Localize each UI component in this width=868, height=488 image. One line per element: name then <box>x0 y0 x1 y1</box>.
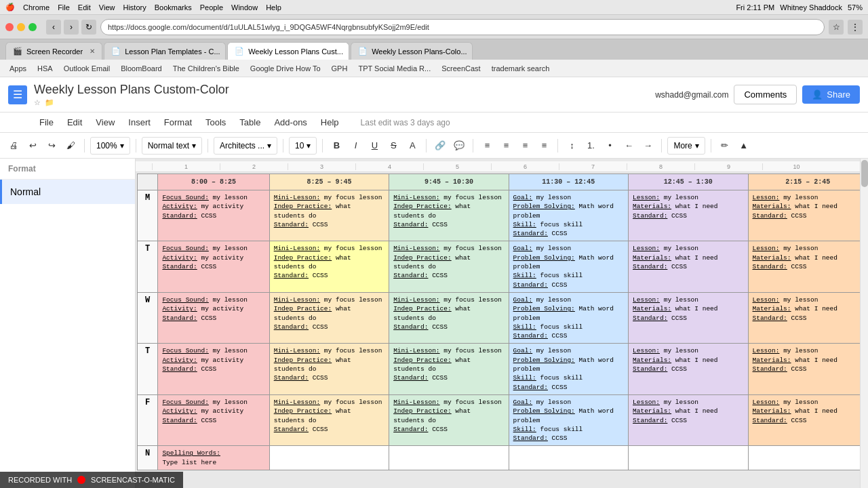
lesson-cell[interactable]: Lesson: my lessonMaterials: what I needS… <box>629 190 748 241</box>
align-right-button[interactable]: ≡ <box>517 137 533 155</box>
line-spacing-button[interactable]: ↕ <box>564 137 580 155</box>
undo-button[interactable]: ↩ <box>24 137 41 155</box>
bookmark-bible[interactable]: The Children's Bible <box>169 63 243 74</box>
lesson-cell[interactable]: Goal: my lessonProblem Solving: Math wor… <box>509 190 628 241</box>
tab-close-icon[interactable]: ✕ <box>90 47 95 55</box>
lesson-cell[interactable]: Lesson: my lessonMaterials: what I needS… <box>629 344 748 394</box>
tab-weekly-color[interactable]: 📄 Weekly Lesson Plans-Colo... ✕ <box>351 42 473 60</box>
help-menu[interactable]: Help <box>266 3 281 12</box>
format-normal-item[interactable]: Normal <box>0 180 135 204</box>
bookmark-bloomboard[interactable]: BloomBoard <box>117 63 166 74</box>
star-icon[interactable]: ☆ <box>34 98 41 107</box>
print-button[interactable]: 🖨 <box>5 137 22 155</box>
indent-more-button[interactable]: → <box>639 137 656 155</box>
menu-edit[interactable]: Edit <box>62 115 87 130</box>
align-left-button[interactable]: ≡ <box>479 137 495 155</box>
lesson-cell[interactable]: Mini-Lesson: my focus lessonIndep Practi… <box>269 190 389 241</box>
extensions-button[interactable]: ⋮ <box>848 20 863 35</box>
lesson-cell[interactable]: Mini-Lesson: my focus lessonIndep Practi… <box>269 241 389 292</box>
comments-button[interactable]: Comments <box>734 85 797 104</box>
window-maximize-button[interactable] <box>28 23 37 31</box>
more-dropdown[interactable]: More ▾ <box>667 137 705 155</box>
comment-button[interactable]: 💬 <box>451 137 467 155</box>
window-minimize-button[interactable] <box>17 23 25 31</box>
lesson-cell[interactable]: Focus Sound: my lessonActivity: my activ… <box>158 241 269 292</box>
lesson-cell[interactable]: Spelling Words:Type list here <box>158 446 269 470</box>
lesson-cell[interactable]: Mini-Lesson: my focus lessonIndep Practi… <box>389 344 509 394</box>
bookmark-gdrive[interactable]: Google Drive How To <box>246 63 325 74</box>
forward-button[interactable]: › <box>64 20 79 35</box>
text-color-button[interactable]: A <box>404 137 420 155</box>
tab-screen-recorder[interactable]: 🎬 Screen Recorder ✕ <box>5 42 102 60</box>
tab-lesson-templates[interactable]: 📄 Lesson Plan Templates - C... ✕ <box>104 42 226 60</box>
lesson-cell[interactable]: Lesson: my lessonMaterials: what I needS… <box>629 241 748 292</box>
menu-help[interactable]: Help <box>315 115 344 130</box>
italic-button[interactable]: I <box>347 137 363 155</box>
back-button[interactable]: ‹ <box>46 20 61 35</box>
people-menu[interactable]: People <box>200 3 223 12</box>
view-menu[interactable]: View <box>99 3 115 12</box>
lesson-cell[interactable] <box>389 446 509 470</box>
lesson-cell[interactable]: Mini-Lesson: my focus lessonIndep Practi… <box>269 394 389 445</box>
lesson-cell[interactable] <box>629 446 748 470</box>
lesson-cell[interactable]: Goal: my lessonProblem Solving: Math wor… <box>509 344 628 394</box>
tab-weekly-custom[interactable]: 📄 Weekly Lesson Plans Cust... ✕ <box>227 42 349 60</box>
edit-menu[interactable]: Edit <box>78 3 91 12</box>
bookmark-tpt[interactable]: TPT Social Media R... <box>354 63 435 74</box>
strikethrough-button[interactable]: S <box>385 137 401 155</box>
refresh-button[interactable]: ↻ <box>81 20 96 35</box>
lesson-cell[interactable]: Lesson: my lessonMaterials: what I needS… <box>629 292 748 343</box>
lesson-cell[interactable]: Goal: my lessonProblem Solving: Math wor… <box>509 394 628 445</box>
lesson-cell[interactable]: Goal: my lessonProblem Solving: Math wor… <box>509 241 628 292</box>
bullet-list-button[interactable]: • <box>601 137 618 155</box>
indent-less-button[interactable]: ← <box>620 137 637 155</box>
lesson-cell[interactable]: Mini-Lesson: my focus lessonIndep Practi… <box>269 292 389 343</box>
menu-insert[interactable]: Insert <box>123 115 156 130</box>
lesson-cell[interactable]: Mini-Lesson: my focus lessonIndep Practi… <box>389 292 509 343</box>
menu-addons[interactable]: Add-ons <box>269 115 312 130</box>
lesson-cell[interactable]: Focus Sound: my lessonActivity: my activ… <box>158 292 269 343</box>
lesson-cell[interactable]: Mini-Lesson: my focus lessonIndep Practi… <box>389 190 509 241</box>
window-close-button[interactable] <box>5 23 14 31</box>
lesson-cell[interactable]: Mini-Lesson: my focus lessonIndep Practi… <box>269 344 389 394</box>
bookmark-button[interactable]: ☆ <box>829 20 844 35</box>
menu-file[interactable]: File <box>34 115 59 130</box>
menu-table[interactable]: Table <box>234 115 266 130</box>
bookmark-outlook[interactable]: Outlook Email <box>60 63 114 74</box>
style-dropdown[interactable]: Normal text ▾ <box>142 137 202 155</box>
menu-format[interactable]: Format <box>159 115 197 130</box>
font-size-dropdown[interactable]: 10 ▾ <box>289 137 317 155</box>
apple-menu-icon[interactable]: 🍎 <box>5 3 15 12</box>
share-button[interactable]: 👤 Share <box>802 85 860 104</box>
bookmark-trademark[interactable]: trademark search <box>488 63 554 74</box>
bookmark-hsa[interactable]: HSA <box>33 63 57 74</box>
address-bar[interactable]: https://docs.google.com/document/d/1uULA… <box>100 19 825 35</box>
align-center-button[interactable]: ≡ <box>498 137 514 155</box>
scroll-thumb[interactable] <box>861 160 868 187</box>
bookmarks-menu[interactable]: Bookmarks <box>155 3 192 12</box>
bookmark-gph[interactable]: GPH <box>328 63 352 74</box>
window-menu[interactable]: Window <box>231 3 258 12</box>
history-menu[interactable]: History <box>123 3 146 12</box>
lesson-cell[interactable]: Lesson: my lessonMaterials: what I needS… <box>629 394 748 445</box>
bold-button[interactable]: B <box>328 137 344 155</box>
lesson-cell[interactable]: Mini-Lesson: my focus lessonIndep Practi… <box>389 394 509 445</box>
menu-view[interactable]: View <box>90 115 120 130</box>
lesson-cell[interactable]: Focus Sound: my lessonActivity: my activ… <box>158 344 269 394</box>
lesson-cell[interactable]: Lesson: my lessonMaterials: what I needS… <box>748 394 867 445</box>
docs-menu-icon[interactable]: ☰ <box>8 85 27 104</box>
lesson-cell[interactable]: Lesson: my lessonMaterials: what I needS… <box>748 344 867 394</box>
lesson-cell[interactable]: Lesson: my lessonMaterials: what I needS… <box>748 292 867 343</box>
lesson-cell[interactable]: Lesson: my lessonMaterials: what I needS… <box>748 241 867 292</box>
lesson-cell[interactable]: Lesson: my lessonMaterials: what I needS… <box>748 190 867 241</box>
folder-icon[interactable]: 📁 <box>45 98 54 107</box>
file-menu[interactable]: File <box>58 3 70 12</box>
lesson-cell[interactable] <box>269 446 389 470</box>
document-title[interactable]: Weekly Lesson Plans Custom-Color <box>34 83 648 97</box>
lesson-cell[interactable] <box>748 446 867 470</box>
underline-button[interactable]: U <box>366 137 382 155</box>
paint-format-button[interactable]: 🖌 <box>62 137 79 155</box>
bookmark-screencast[interactable]: ScreenCast <box>437 63 484 74</box>
numbered-list-button[interactable]: 1. <box>583 137 599 155</box>
lesson-cell[interactable]: Mini-Lesson: my focus lessonIndep Practi… <box>389 241 509 292</box>
